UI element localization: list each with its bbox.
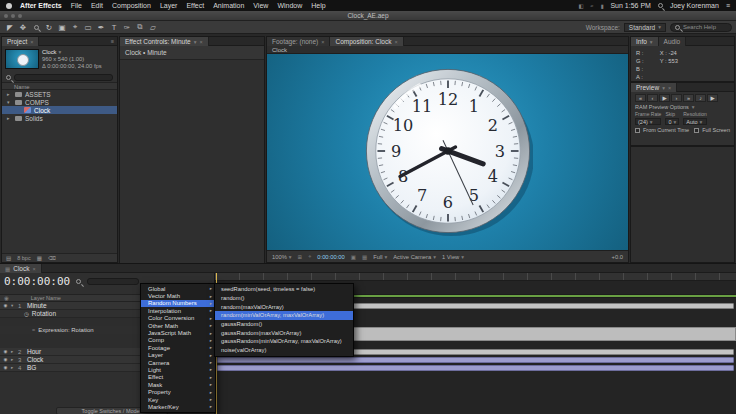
menu-item-layer[interactable]: Layer▸	[141, 352, 215, 359]
menu-item-footage[interactable]: Footage▸	[141, 344, 215, 351]
tab-preview[interactable]: Preview▾×	[631, 83, 677, 92]
submenu-item-seedrandom-seed-timeless-false[interactable]: seedRandom(seed, timeless = false)	[215, 285, 353, 294]
region-of-interest-icon[interactable]: ⌖	[308, 253, 311, 260]
tab-effect-controls[interactable]: Effect Controls: Minute ▾ ×	[120, 37, 209, 46]
menu-item-property[interactable]: Property▸	[141, 388, 215, 395]
spotlight-search-icon[interactable]	[658, 3, 663, 8]
tab-info[interactable]: Info▾	[631, 37, 659, 46]
tab-footage[interactable]: Footage: (none)×	[267, 37, 330, 46]
resolution-field[interactable]: Resolution Auto▾	[683, 111, 707, 125]
project-columns-header[interactable]: Name	[2, 82, 117, 90]
menu-item-color-conversion[interactable]: Color Conversion▸	[141, 315, 215, 322]
search-help-input[interactable]: Search Help	[670, 23, 732, 32]
pen-tool-icon[interactable]: ✒	[95, 23, 107, 32]
first-frame-button[interactable]: «	[635, 94, 646, 102]
camera-tool-icon[interactable]: ▣	[56, 23, 68, 32]
snapshot-icon[interactable]: ▣	[351, 254, 356, 260]
view-layout-dropdown[interactable]: 1 View▾	[442, 254, 464, 260]
clock-layer-bar[interactable]	[217, 357, 734, 363]
project-panel-menu-icon[interactable]: ≡	[111, 37, 117, 45]
project-search-input[interactable]	[14, 74, 113, 81]
tab-timeline-clock[interactable]: ▦ Clock ×	[0, 264, 42, 273]
project-bit-depth[interactable]: 8 bpc	[17, 255, 30, 261]
menubar-item-composition[interactable]: Composition	[112, 2, 151, 9]
menu-item-vector-math[interactable]: Vector Math▸	[141, 292, 215, 299]
project-item-assets[interactable]: ▸ASSETS	[2, 90, 117, 98]
viewer-timecode[interactable]: 0:00:00:00	[317, 254, 344, 260]
magnification-dropdown[interactable]: 100%▾	[272, 254, 292, 260]
apple-menu-icon[interactable]	[6, 3, 12, 9]
grid-guides-icon[interactable]: ⊞	[298, 254, 303, 260]
visibility-icon[interactable]: ◉	[0, 365, 11, 370]
timeline-ruler[interactable]	[215, 273, 736, 281]
menu-item-comp[interactable]: Comp▸	[141, 337, 215, 344]
frame-rate-field[interactable]: Frame Rate (24)▾	[635, 111, 661, 125]
viewer-comp-crumb[interactable]: Clock	[267, 46, 628, 54]
delete-item-icon[interactable]: ⌫	[48, 255, 56, 261]
show-channel-icon[interactable]: ▦	[362, 254, 367, 260]
zoom-tool-icon[interactable]	[30, 23, 42, 32]
eraser-tool-icon[interactable]: ▱	[147, 23, 159, 32]
menubar-item-animation[interactable]: Animation	[213, 2, 244, 9]
shape-tool-icon[interactable]: ▭	[82, 23, 94, 32]
menu-item-mask[interactable]: Mask▸	[141, 381, 215, 388]
bg-layer-bar[interactable]	[217, 365, 734, 371]
menubar-item-effect[interactable]: Effect	[186, 2, 204, 9]
menu-item-camera[interactable]: Camera▸	[141, 359, 215, 366]
tab-project[interactable]: Project×	[2, 37, 39, 46]
menu-item-key[interactable]: Key▸	[141, 396, 215, 403]
last-frame-button[interactable]: »	[683, 94, 694, 102]
visibility-icon[interactable]: ◉	[0, 357, 11, 362]
submenu-item-noise-valorarray[interactable]: noise(valOrArray)	[215, 346, 353, 355]
menubar-item-window[interactable]: Window	[277, 2, 302, 9]
notification-center-icon[interactable]: ≡	[726, 2, 730, 9]
menu-item-effect[interactable]: Effect▸	[141, 374, 215, 381]
previous-frame-button[interactable]: ‹	[647, 94, 658, 102]
window-controls[interactable]	[4, 14, 22, 18]
tab-composition[interactable]: Composition: Clock×	[330, 37, 403, 46]
menubar-item-after-effects[interactable]: After Effects	[20, 2, 62, 9]
exposure-control[interactable]: +0.0	[612, 254, 623, 260]
menubar-item-view[interactable]: View	[253, 2, 268, 9]
tab-audio[interactable]: Audio	[659, 37, 687, 46]
camera-dropdown[interactable]: Active Camera▾	[393, 254, 436, 260]
audio-toggle-button[interactable]: ♪	[695, 94, 706, 102]
menubar-item-help[interactable]: Help	[311, 2, 325, 9]
menubar-clock[interactable]: Sun 1:56 PM	[610, 2, 650, 9]
submenu-item-gaussrandom[interactable]: gaussRandom()	[215, 320, 353, 329]
pan-behind-tool-icon[interactable]: ⌖	[69, 22, 81, 32]
timeline-search-input[interactable]	[87, 278, 139, 285]
menubar-item-layer[interactable]: Layer	[160, 2, 178, 9]
submenu-item-random-minvalorarray-maxvalorarray[interactable]: random(minValOrArray, maxValOrArray)	[215, 311, 353, 320]
full-screen-checkbox[interactable]	[694, 128, 699, 133]
menu-item-random-numbers[interactable]: Random Numbers▸	[141, 300, 215, 307]
rotation-tool-icon[interactable]: ↻	[43, 23, 55, 32]
battery-icon[interactable]: ▮	[600, 3, 603, 9]
menu-item-other-math[interactable]: Other Math▸	[141, 322, 215, 329]
submenu-item-gaussrandom-minvalorarray-maxvalorarray[interactable]: gaussRandom(minValOrArray, maxValOrArray…	[215, 337, 353, 346]
menu-item-javascript-math[interactable]: JavaScript Math▸	[141, 329, 215, 336]
resolution-dropdown[interactable]: Full▾	[373, 254, 387, 260]
spectrum-icon[interactable]: ◧	[578, 3, 583, 9]
menu-item-interpolation[interactable]: Interpolation▸	[141, 307, 215, 314]
window-titlebar[interactable]: Clock_AE.aep	[0, 11, 736, 21]
submenu-item-gaussrandom-maxvalorarray[interactable]: gaussRandom(maxValOrArray)	[215, 328, 353, 337]
submenu-item-random[interactable]: random()	[215, 294, 353, 303]
wifi-icon[interactable]: ≈	[590, 3, 593, 9]
stopwatch-icon[interactable]: ◷	[24, 311, 29, 317]
menubar-item-file[interactable]: File	[71, 2, 82, 9]
visibility-icon[interactable]: ◉	[0, 349, 11, 354]
twisty-icon[interactable]: ▸	[11, 365, 18, 370]
visibility-icon[interactable]: ◉	[0, 303, 11, 308]
from-current-time-checkbox[interactable]	[635, 128, 640, 133]
hand-tool-icon[interactable]: ✥	[17, 23, 29, 32]
menu-item-marker-key[interactable]: Marker/Key▸	[141, 403, 215, 410]
twisty-icon[interactable]: ▸	[11, 349, 18, 354]
interpret-footage-icon[interactable]: ▤	[6, 255, 11, 261]
menu-item-global[interactable]: Global▸	[141, 285, 215, 292]
type-tool-icon[interactable]: T	[108, 23, 120, 32]
clone-stamp-tool-icon[interactable]: ⧉	[134, 22, 146, 32]
skip-field[interactable]: Skip 0▾	[665, 111, 679, 125]
menubar-item-edit[interactable]: Edit	[91, 2, 103, 9]
project-item-solids[interactable]: ▸Solids	[2, 114, 117, 122]
